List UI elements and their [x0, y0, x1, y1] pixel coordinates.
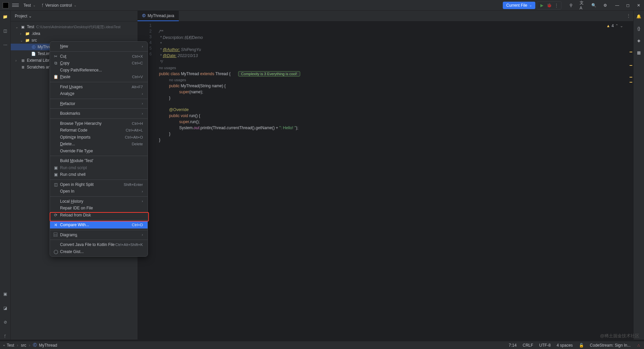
left-tool-rail: 📁 ◫ ⋯ ▣ ◪ ⊘ ᚶ [0, 11, 11, 340]
locale-icon[interactable]: 文A [580, 3, 585, 8]
cm-reload[interactable]: ⟳Reload from Disk [50, 212, 148, 219]
cm-compare-with[interactable]: ⤭Compare With...Ctrl+D [50, 221, 148, 229]
line-separator[interactable]: CRLF [523, 343, 533, 348]
editor-tab-bar: ⒸMyThread.java ⋮ [138, 11, 633, 21]
cm-local-history[interactable]: Local History› [50, 198, 148, 205]
debug-icon[interactable]: 🐞 [546, 3, 552, 8]
cm-diagrams[interactable]: ⿳Diagrams› [50, 232, 148, 239]
cm-optimize[interactable]: Optimize ImportsCtrl+Alt+O [50, 134, 148, 141]
cm-paste[interactable]: 📋PasteCtrl+V [50, 73, 148, 81]
structure-tool-icon[interactable]: ◫ [2, 28, 9, 34]
maximize-icon[interactable]: ◻ [625, 3, 631, 8]
cm-repair[interactable]: Repair IDE on File [50, 205, 148, 212]
notifications-icon[interactable]: 🔔 [636, 14, 641, 19]
context-menu: New› ✂CutCtrl+X ⧉CopyCtrl+C Copy Path/Re… [50, 41, 148, 257]
editor-area: ⒸMyThread.java ⋮ ▲4⌃⌄ 123456 /** * Descr… [138, 11, 633, 340]
editor-tab-mythread[interactable]: ⒸMyThread.java [138, 11, 179, 21]
status-bar: ▫Test› src› ⒸMyThread 7:14 CRLF UTF-8 4 … [0, 341, 644, 349]
collab-icon[interactable]: ⚲ [568, 3, 574, 8]
run-actions: ▶ 🐞 ⋮ [537, 1, 561, 9]
cm-convert-kotlin[interactable]: Convert Java File to Kotlin FileCtrl+Alt… [50, 241, 148, 248]
cm-open-split[interactable]: ◫Open in Right SplitShift+Enter [50, 181, 148, 188]
cm-new[interactable]: New› [50, 43, 148, 50]
tab-more-icon[interactable]: ⋮ [627, 13, 631, 18]
editor-body[interactable]: ▲4⌃⌄ 123456 /** * Description:线程Demo * *… [138, 21, 633, 340]
watermark: @稀土掘金技术社区 [600, 333, 639, 339]
file-encoding[interactable]: UTF-8 [539, 343, 551, 348]
cm-copy[interactable]: ⧉CopyCtrl+C [50, 60, 148, 67]
search-icon[interactable]: 🔍 [591, 3, 596, 8]
cm-cut[interactable]: ✂CutCtrl+X [50, 53, 148, 60]
vcs-menu[interactable]: ᚶVersion control⌄ [42, 3, 76, 8]
close-icon[interactable]: ✕ [636, 3, 641, 8]
app-logo [3, 2, 9, 8]
terminal-icon[interactable]: ▣ [2, 291, 9, 297]
cm-create-gist[interactable]: ◯Create Gist... [50, 248, 148, 255]
status-warn-icon[interactable]: ⛬ [637, 343, 641, 348]
titlebar: Test⌄ ᚶVersion control⌄ Current File⌄ ▶ … [0, 0, 644, 11]
cm-build-module[interactable]: Build Module 'Test' [50, 157, 148, 164]
project-tool-icon[interactable]: 📁 [2, 13, 9, 20]
cm-find-usages[interactable]: Find UsagesAlt+F7 [50, 84, 148, 91]
cm-override-ft[interactable]: Override File Type [50, 148, 148, 155]
cm-browse-type[interactable]: Browse Type HierarchyCtrl+H [50, 120, 148, 127]
minimize-icon[interactable]: — [614, 3, 620, 8]
right-tool-rail: 🔔 {} ◈ ▦ [633, 11, 644, 340]
readonly-lock-icon[interactable]: 🔓 [579, 343, 584, 348]
cm-bookmarks[interactable]: Bookmarks› [50, 110, 148, 117]
codestream-icon[interactable]: {} [637, 26, 640, 31]
problems-icon[interactable]: ⊘ [2, 319, 9, 326]
caret-position[interactable]: 7:14 [509, 343, 517, 348]
run-config-selector[interactable]: Current File⌄ [503, 2, 535, 9]
database-icon[interactable]: ◈ [637, 38, 640, 43]
cm-open-in[interactable]: Open In› [50, 188, 148, 195]
cm-run-shell[interactable]: ▣Run cmd shell [50, 171, 148, 178]
cm-reformat[interactable]: Reformat CodeCtrl+Alt+L [50, 127, 148, 134]
indent-setting[interactable]: 4 spaces [557, 343, 573, 348]
cm-run-script: ▣Run cmd script [50, 164, 148, 171]
tree-root[interactable]: ⌄▣TestC:\Users\Administrator\Desktop\代码规… [11, 23, 138, 30]
editor-code[interactable]: /** * Description:线程Demo * * @Author: Sh… [155, 21, 633, 340]
tree-idea[interactable]: ›📁.idea [11, 30, 138, 37]
complexity-hint: Complexity is 3 Everything is cool! [238, 71, 300, 77]
vcs-icon[interactable]: ᚶ [2, 333, 9, 340]
maven-icon[interactable]: ▦ [637, 50, 641, 55]
more-run-icon[interactable]: ⋮ [554, 3, 559, 8]
cm-refactor[interactable]: Refactor› [50, 100, 148, 107]
services-icon[interactable]: ◪ [2, 305, 9, 311]
cm-delete[interactable]: Delete...Delete [50, 141, 148, 148]
error-stripe[interactable] [629, 21, 633, 340]
main-menu-icon[interactable] [12, 2, 19, 9]
breadcrumb[interactable]: ▫Test› src› ⒸMyThread [3, 342, 57, 348]
project-panel-header[interactable]: Project⌄ [11, 11, 138, 21]
project-menu[interactable]: Test⌄ [23, 3, 36, 8]
more-tool-icon[interactable]: ⋯ [2, 42, 9, 48]
cm-analyze[interactable]: Analyze› [50, 90, 148, 97]
run-icon[interactable]: ▶ [539, 3, 544, 8]
settings-icon[interactable]: ⚙ [602, 3, 608, 8]
cm-copy-path[interactable]: Copy Path/Reference... [50, 67, 148, 74]
codestream-status[interactable]: CodeStream: Sign In... [590, 343, 631, 348]
